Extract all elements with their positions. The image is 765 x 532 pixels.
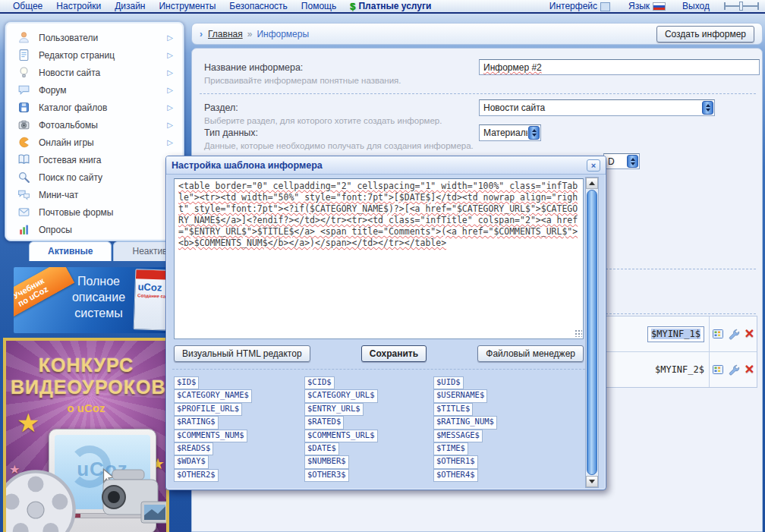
sidebar-item-mail-forms[interactable]: Почтовые формы ▷ (10, 203, 179, 221)
sidebar-item-users[interactable]: Пользователи ▷ (10, 29, 179, 46)
delete-icon[interactable]: ✕ (745, 328, 754, 340)
menu-item-general[interactable]: Общее (13, 1, 42, 11)
template-var[interactable]: $RATING$ (174, 416, 219, 429)
interface-toggle[interactable]: Интерфейс (549, 1, 615, 11)
sidebar-item-label: Почтовые формы (39, 207, 159, 218)
template-var[interactable]: $TITLE$ (433, 403, 473, 416)
informer-code-input[interactable]: $MYINF_1$ (647, 326, 704, 342)
template-var[interactable]: $UID$ (433, 376, 464, 389)
sidebar-item-site-news[interactable]: Новости сайта ▷ (10, 64, 179, 81)
floppy-icon (17, 101, 30, 114)
layout-width-slider[interactable] (724, 2, 759, 11)
informer-name-input[interactable]: Информер #2 (479, 59, 760, 75)
contest-title-line1: КОНКУРС (6, 354, 166, 376)
template-var[interactable]: $RATING_NUM$ (433, 416, 497, 429)
tab-active-informers[interactable]: Активные (29, 241, 112, 261)
configure-wrench-icon[interactable] (728, 328, 741, 341)
template-var[interactable]: $OTHER4$ (433, 469, 478, 482)
sidebar-panel: Пользователи ▷ Редактор страниц ▷ Новост… (5, 21, 184, 241)
bulb-icon (17, 66, 30, 79)
visual-editor-button[interactable]: Визуальный HTML редактор (174, 345, 310, 362)
template-var[interactable]: $PROFILE_URL$ (174, 403, 242, 416)
template-var[interactable]: $CATEGORY_NAME$ (174, 389, 252, 402)
template-var[interactable]: $COMMENTS_NUM$ (174, 430, 247, 442)
top-menu-bar: Общее Настройки Дизайн Инструменты Безоп… (0, 0, 765, 14)
dialog-scrollbar[interactable] (585, 177, 599, 488)
sidebar-item-polls[interactable]: Опросы ▷ (10, 221, 179, 238)
sidebar-item-forum[interactable]: Форум ▷ (10, 81, 179, 99)
template-var[interactable]: $CID$ (304, 376, 335, 389)
partially-hidden-select[interactable]: D (603, 153, 640, 169)
sidebar-item-online-games[interactable]: Онлайн игры ▷ (10, 134, 179, 151)
menu-item-design[interactable]: Дизайн (115, 1, 145, 11)
close-icon[interactable]: × (587, 159, 600, 172)
template-var[interactable]: $RATED$ (304, 416, 344, 429)
textbook-banner[interactable]: Учебник по uCoz Полное описание системы … (14, 267, 171, 333)
sidebar-item-label: Каталог файлов (39, 102, 159, 113)
sidebar-item-minichat[interactable]: Мини-чат ▷ (10, 186, 179, 203)
informer-code-text: $MYINF_2$ (655, 364, 704, 375)
chat-icon (17, 188, 30, 201)
spinner-arrows-icon[interactable] (627, 155, 638, 168)
sidebar-item-page-editor[interactable]: Редактор страниц ▷ (10, 46, 179, 64)
template-var[interactable]: $OTHER1$ (433, 455, 478, 468)
sidebar-item-guestbook[interactable]: Гостевая книга ▷ (10, 151, 179, 168)
resize-grip[interactable] (575, 329, 582, 337)
configure-wrench-icon[interactable] (728, 364, 741, 376)
save-button[interactable]: Сохранить (361, 345, 427, 362)
menu-item-tools[interactable]: Инструменты (159, 1, 216, 11)
template-var[interactable]: $CATEGORY_URL$ (304, 389, 378, 402)
template-var[interactable]: $COMMENTS_URL$ (304, 430, 378, 442)
template-var[interactable]: $DATE$ (304, 442, 339, 455)
template-var[interactable]: $USERNAME$ (433, 389, 487, 402)
chevron-right-icon: ▷ (167, 138, 173, 146)
template-var[interactable]: $OTHER2$ (174, 469, 219, 482)
language-toggle[interactable]: Язык (628, 1, 669, 11)
informer-view-icon[interactable] (712, 364, 724, 376)
dialog-titlebar[interactable]: Настройка шаблона информера × (166, 156, 606, 175)
file-manager-button[interactable]: Файловый менеджер (477, 345, 584, 362)
spinner-arrows-icon[interactable] (528, 126, 540, 140)
template-var[interactable]: $TIME$ (433, 442, 468, 455)
template-var[interactable]: $READS$ (174, 442, 213, 455)
section-select[interactable]: Новости сайта (479, 99, 715, 116)
menu-item-paid-services[interactable]: $ Платные услуги (350, 1, 431, 12)
template-var[interactable]: $ENTRY_URL$ (304, 403, 364, 416)
scroll-down-icon[interactable] (586, 476, 598, 487)
sidebar-item-site-search[interactable]: Поиск по сайту ▷ (10, 168, 179, 186)
sidebar-item-photo-albums[interactable]: Фотоальбомы ▷ (10, 116, 179, 134)
video-contest-banner[interactable]: КОНКУРС ВИДЕОУРОКОВ о uCoz ★ ★ ★ uCoz (3, 338, 169, 532)
sidebar-item-file-catalog[interactable]: Каталог файлов ▷ (10, 99, 179, 116)
sidebar-item-label: Форум (39, 85, 159, 96)
breadcrumb-bar: › Главная » Информеры Создать информер (191, 23, 763, 45)
star-icon: ★ (17, 408, 39, 438)
search-icon (17, 171, 30, 184)
template-var[interactable]: $ID$ (174, 376, 199, 389)
chevron-right-icon: ▷ (167, 33, 173, 42)
menu-item-settings[interactable]: Настройки (56, 1, 101, 11)
menu-item-security[interactable]: Безопасность (229, 1, 288, 11)
scroll-up-icon[interactable] (586, 178, 598, 189)
envelope-icon (17, 206, 30, 219)
chevron-right-icon: ▷ (167, 103, 173, 112)
spinner-arrows-icon[interactable] (702, 101, 713, 115)
template-code-textarea[interactable]: <table border="0" cellpadding="2" cellsp… (174, 178, 584, 339)
template-var[interactable]: $OTHER3$ (304, 469, 349, 482)
data-type-select[interactable]: Материалы (479, 124, 541, 141)
delete-icon[interactable]: ✕ (745, 364, 754, 376)
create-informer-button[interactable]: Создать информер (656, 26, 754, 42)
template-var[interactable]: $WDAY$ (174, 455, 209, 468)
informer-actions: ✕ (710, 364, 757, 376)
section-hint: Выберите раздел, для которого хотите соз… (204, 116, 442, 125)
logout-link[interactable]: Выход (682, 1, 710, 11)
scrollbar-thumb[interactable] (587, 190, 597, 475)
template-var[interactable]: $MESSAGE$ (433, 430, 483, 442)
name-hint: Присваивайте информерам понятные названи… (204, 76, 401, 85)
menu-item-help[interactable]: Помощь (301, 1, 336, 11)
dialog-title: Настройка шаблона информера (172, 160, 587, 171)
breadcrumb-home-link[interactable]: Главная (208, 29, 243, 39)
template-var[interactable]: $NUMBER$ (304, 455, 349, 468)
app-root: Общее Настройки Дизайн Инструменты Безоп… (0, 0, 765, 532)
informer-view-icon[interactable] (712, 328, 724, 340)
chevron-right-icon: ▷ (167, 121, 173, 129)
